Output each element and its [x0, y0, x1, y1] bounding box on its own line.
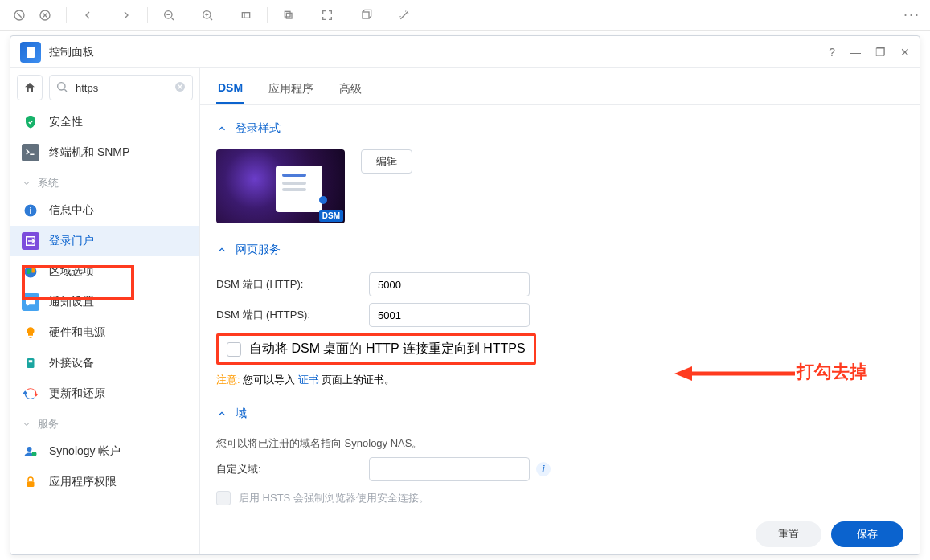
titlebar: 控制面板 ? — ❐ ✕: [10, 36, 920, 68]
lock-icon: [22, 473, 39, 491]
checkbox-label: 自动将 DSM 桌面的 HTTP 连接重定向到 HTTPS: [249, 341, 526, 358]
info-icon: i: [22, 202, 39, 219]
svg-rect-7: [363, 12, 369, 18]
bulb-icon: [22, 324, 39, 341]
redirect-https-checkbox[interactable]: [227, 342, 241, 357]
chat-icon: [22, 293, 39, 311]
sidebar-item-info[interactable]: i 信息中心: [10, 195, 199, 226]
copy-icon[interactable]: [279, 6, 298, 25]
row-custom-domain: 自定义域: i: [216, 457, 903, 481]
dsm-badge: DSM: [319, 210, 343, 222]
panel: 登录样式 DSM 编辑 网页服务 DSM 端口 (HTTP):: [200, 105, 920, 554]
tab-app[interactable]: 应用程序: [267, 72, 315, 104]
save-button[interactable]: 保存: [831, 521, 903, 547]
http-port-input[interactable]: [369, 272, 530, 296]
globe-icon: [22, 263, 39, 280]
group-system[interactable]: 系统: [10, 168, 199, 195]
sidebar-item-label: 终端机和 SNMP: [49, 145, 129, 160]
svg-rect-4: [242, 12, 249, 18]
minimize-button[interactable]: —: [850, 46, 861, 59]
content-area: DSM 应用程序 高级 登录样式 DSM 编辑: [200, 68, 920, 554]
hsts-checkbox: [216, 491, 231, 505]
custom-domain-input[interactable]: [369, 457, 530, 481]
sidebar-item-notify[interactable]: 通知设置: [10, 287, 199, 317]
svg-point-15: [32, 452, 37, 456]
browser-toolbar: ···: [0, 0, 930, 31]
stop-icon[interactable]: [10, 6, 29, 25]
tabs: DSM 应用程序 高级: [200, 68, 920, 105]
chevron-up-icon: [216, 408, 227, 419]
sidebar: 安全性 终端机和 SNMP 系统 i 信息中心 登录门户 区域选项: [10, 68, 200, 554]
reset-button[interactable]: 重置: [756, 521, 821, 547]
svg-rect-13: [29, 360, 33, 362]
sidebar-item-label: Synology 帐户: [49, 444, 121, 459]
wand-icon[interactable]: [395, 6, 414, 25]
shield-icon: [22, 113, 39, 131]
home-button[interactable]: [17, 75, 43, 100]
sidebar-item-label: 信息中心: [49, 203, 94, 218]
footer: 重置 保存: [200, 513, 920, 554]
window-icon[interactable]: [356, 6, 375, 25]
chevron-up-icon: [216, 244, 227, 255]
sidebar-item-syno-account[interactable]: Synology 帐户: [10, 436, 199, 467]
help-button[interactable]: ?: [829, 46, 835, 59]
window-title: 控制面板: [49, 45, 94, 59]
zoom-out-icon[interactable]: [159, 6, 178, 25]
forward-icon[interactable]: [117, 6, 136, 25]
sidebar-item-app-perm[interactable]: 应用程序权限: [10, 467, 199, 497]
close-button[interactable]: ✕: [900, 46, 910, 59]
sidebar-item-label: 更新和还原: [49, 386, 105, 401]
https-port-input[interactable]: [369, 303, 530, 327]
login-preview: DSM: [216, 149, 345, 223]
clear-search-icon[interactable]: [174, 80, 186, 96]
section-login-style[interactable]: 登录样式: [216, 113, 903, 145]
chevron-down-icon: [22, 178, 31, 188]
fit-icon[interactable]: [236, 6, 256, 25]
svg-rect-5: [286, 13, 292, 18]
highlighted-checkbox-row: 自动将 DSM 桌面的 HTTP 连接重定向到 HTTPS: [216, 333, 536, 365]
login-portal-icon: [22, 232, 39, 250]
terminal-icon: [22, 144, 39, 161]
update-icon: [22, 385, 39, 403]
sidebar-item-external[interactable]: 外接设备: [10, 348, 199, 378]
zoom-in-icon[interactable]: [198, 6, 217, 25]
section-domain[interactable]: 域: [216, 399, 903, 430]
sidebar-item-hardware[interactable]: 硬件和电源: [10, 317, 199, 348]
row-hsts: 启用 HSTS 会强制浏览器使用安全连接。: [216, 488, 903, 509]
sidebar-item-update[interactable]: 更新和还原: [10, 378, 199, 409]
back-icon[interactable]: [78, 6, 97, 25]
sidebar-item-login[interactable]: 登录门户: [10, 226, 199, 256]
sidebar-item-label: 应用程序权限: [49, 475, 117, 489]
user-icon: [22, 443, 39, 460]
checkbox-label: 启用 HSTS 会强制浏览器使用安全连接。: [239, 491, 429, 505]
sidebar-item-label: 硬件和电源: [49, 325, 105, 340]
row-http-port: DSM 端口 (HTTP):: [216, 272, 903, 296]
maximize-button[interactable]: ❐: [875, 46, 886, 59]
reload-icon[interactable]: [35, 6, 55, 25]
more-icon[interactable]: ···: [903, 6, 920, 23]
sidebar-item-region[interactable]: 区域选项: [10, 256, 199, 287]
sidebar-item-terminal[interactable]: 终端机和 SNMP: [10, 137, 199, 168]
sidebar-item-label: 安全性: [49, 115, 83, 129]
svg-rect-12: [27, 358, 35, 368]
svg-text:i: i: [30, 206, 32, 215]
app-icon: [20, 42, 41, 63]
sidebar-item-label: 登录门户: [49, 234, 94, 248]
svg-point-8: [58, 83, 65, 90]
cert-note: 注意: 您可以导入 证书 页面上的证书。: [216, 373, 903, 387]
section-web[interactable]: 网页服务: [216, 235, 903, 266]
external-icon: [22, 354, 39, 372]
fullscreen-icon[interactable]: [318, 6, 337, 25]
chevron-down-icon: [22, 419, 31, 429]
search-input[interactable]: [49, 75, 193, 100]
sidebar-item-security[interactable]: 安全性: [10, 107, 199, 137]
edit-button[interactable]: 编辑: [361, 149, 412, 174]
info-icon[interactable]: i: [536, 462, 551, 476]
cert-link[interactable]: 证书: [298, 374, 319, 386]
tab-adv[interactable]: 高级: [338, 72, 363, 104]
search-icon: [55, 80, 68, 96]
chevron-up-icon: [216, 123, 227, 134]
tab-dsm[interactable]: DSM: [216, 72, 244, 104]
group-service[interactable]: 服务: [10, 409, 199, 436]
svg-rect-6: [285, 11, 290, 17]
